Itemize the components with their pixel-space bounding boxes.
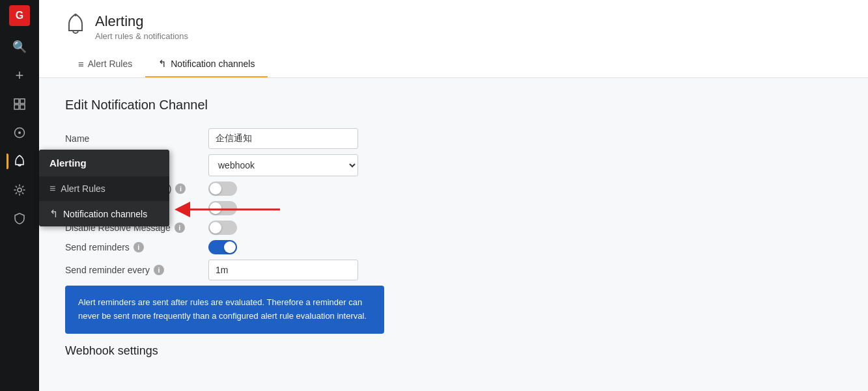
notification-channels-tab-label: Notification channels: [171, 59, 255, 69]
sidebar: G 🔍 +: [0, 0, 39, 391]
send-reminder-every-label: Send reminder every i: [65, 265, 208, 275]
page-header: Alerting Alert rules & notifications ≡ A…: [39, 0, 868, 78]
form-row-type: Type webhook email slack pagerduty: [65, 154, 842, 176]
tab-alert-rules[interactable]: ≡ Alert Rules: [65, 51, 145, 77]
alerting-submenu: Alerting ≡ Alert Rules ↰ Notification ch…: [39, 150, 169, 226]
svg-point-5: [18, 131, 21, 134]
tabs: ≡ Alert Rules ↰ Notification channels: [65, 51, 842, 77]
svg-point-6: [18, 188, 21, 192]
default-toggle[interactable]: [208, 182, 237, 196]
alert-rules-tab-label: Alert Rules: [88, 59, 132, 69]
send-reminders-toggle-thumb: [224, 241, 236, 253]
section-title: Edit Notification Channel: [65, 98, 842, 113]
menu-item-alert-rules[interactable]: ≡ Alert Rules: [39, 176, 169, 201]
form-row-send-reminders: Send reminders i: [65, 240, 842, 254]
sidebar-icon-dashboard[interactable]: [7, 91, 33, 117]
sidebar-icon-add[interactable]: +: [7, 62, 33, 88]
disable-resolve-toggle[interactable]: [208, 221, 237, 235]
form-row-include-image: Include image i: [65, 201, 842, 215]
alert-rules-label: Alert Rules: [61, 183, 105, 194]
notification-channels-label: Notification channels: [63, 209, 147, 219]
form-row-default: Default (send on all alerts) i: [65, 182, 842, 196]
include-image-toggle-thumb: [210, 202, 221, 214]
sidebar-icon-search[interactable]: 🔍: [7, 34, 33, 60]
default-toggle-thumb: [210, 183, 221, 195]
default-info-icon[interactable]: i: [175, 183, 186, 194]
include-image-control: [208, 201, 842, 215]
page-title: Alerting: [95, 13, 188, 30]
svg-rect-1: [20, 99, 25, 103]
info-box-text: Alert reminders are sent after rules are…: [78, 297, 367, 321]
alert-rules-icon: ≡: [49, 183, 55, 195]
send-reminders-toggle[interactable]: [208, 240, 237, 254]
sidebar-icon-compass[interactable]: [7, 120, 33, 146]
page-subtitle: Alert rules & notifications: [95, 31, 188, 41]
sidebar-icon-alerting[interactable]: [7, 148, 33, 174]
menu-item-notification-channels[interactable]: ↰ Notification channels: [39, 201, 169, 226]
svg-point-7: [74, 14, 77, 16]
disable-resolve-toggle-thumb: [210, 222, 221, 234]
svg-rect-0: [14, 99, 19, 103]
name-control: [208, 128, 842, 149]
info-box: Alert reminders are sent after rules are…: [65, 286, 384, 334]
tab-notification-channels[interactable]: ↰ Notification channels: [145, 51, 268, 77]
send-reminders-label: Send reminders i: [65, 242, 208, 252]
notification-channels-tab-icon: ↰: [158, 58, 167, 70]
form-row-disable-resolve: Disable Resolve Message i: [65, 221, 842, 235]
form-row-name: Name: [65, 128, 842, 149]
send-reminders-info-icon[interactable]: i: [133, 242, 144, 252]
sidebar-icon-settings[interactable]: [7, 177, 33, 203]
webhook-settings-title: Webhook settings: [65, 344, 842, 358]
send-reminders-control: [208, 240, 842, 254]
notification-channels-icon: ↰: [49, 208, 58, 220]
content-area: Edit Notification Channel Name Type webh…: [39, 78, 868, 377]
type-select[interactable]: webhook email slack pagerduty: [208, 154, 358, 176]
include-image-toggle[interactable]: [208, 201, 237, 215]
disable-resolve-control: [208, 221, 842, 235]
form-row-send-reminder-every: Send reminder every i: [65, 260, 842, 280]
send-reminder-every-control: [208, 260, 842, 280]
alerting-menu-header: Alerting: [39, 150, 169, 176]
alert-rules-tab-icon: ≡: [78, 59, 84, 70]
disable-resolve-info-icon[interactable]: i: [175, 222, 185, 233]
app-logo[interactable]: G: [9, 5, 30, 26]
sidebar-icon-shield[interactable]: [7, 206, 33, 232]
default-control: [208, 182, 842, 196]
name-label: Name: [65, 133, 208, 144]
page-title-text: Alerting Alert rules & notifications: [95, 13, 188, 41]
alerting-bell-icon: [65, 13, 86, 41]
name-input[interactable]: [208, 128, 358, 149]
send-reminder-every-info-icon[interactable]: i: [154, 265, 164, 275]
page-title-row: Alerting Alert rules & notifications: [65, 13, 842, 41]
svg-rect-3: [20, 105, 25, 109]
send-reminder-every-input[interactable]: [208, 260, 358, 280]
type-control: webhook email slack pagerduty: [208, 154, 842, 176]
svg-rect-2: [14, 105, 19, 109]
